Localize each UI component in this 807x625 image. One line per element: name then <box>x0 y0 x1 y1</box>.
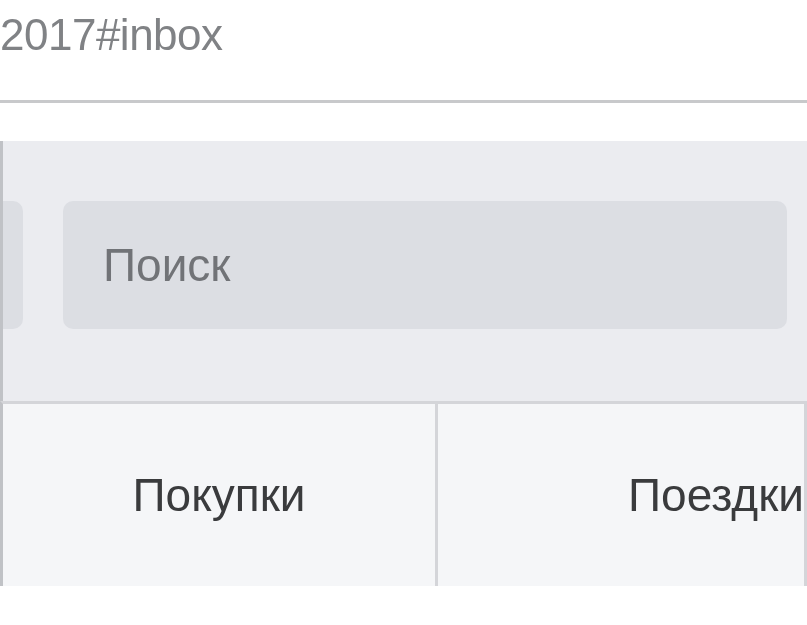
app-header <box>0 141 807 401</box>
address-bar[interactable]: 2017#inbox <box>0 0 807 100</box>
tab-purchases-label: Покупки <box>132 468 305 522</box>
category-tabs: Покупки Поездки <box>0 401 807 586</box>
address-bar-divider <box>0 100 807 103</box>
url-text: 2017#inbox <box>0 10 807 60</box>
tab-purchases[interactable]: Покупки <box>3 404 438 586</box>
tab-trips-label: Поездки <box>628 468 804 522</box>
search-row <box>3 141 807 329</box>
tab-trips[interactable]: Поездки <box>438 404 807 586</box>
search-input[interactable] <box>63 201 787 329</box>
left-button-fragment[interactable] <box>3 201 23 329</box>
